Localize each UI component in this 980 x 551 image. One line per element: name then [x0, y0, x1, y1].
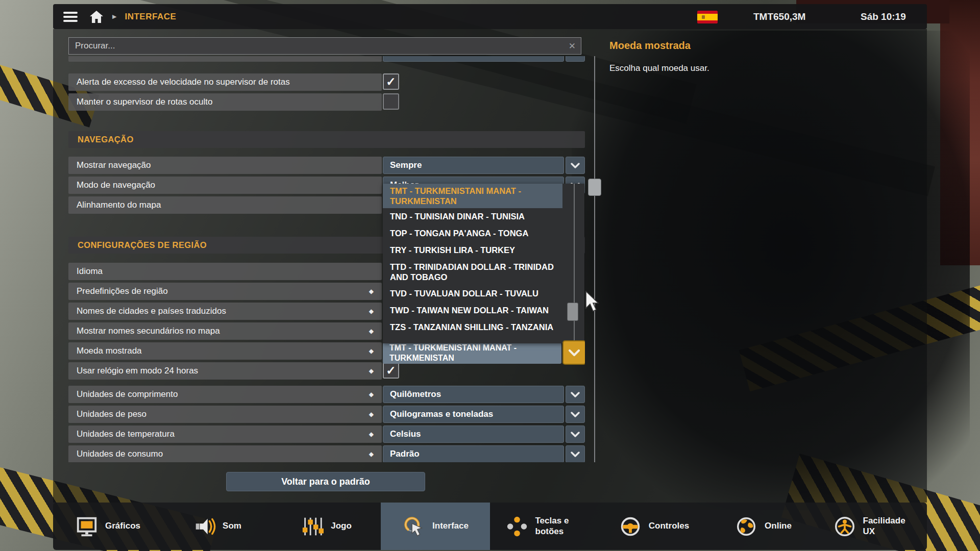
- top-bar: ▶ INTERFACE TMT650,3M Sáb 10:19: [53, 4, 927, 29]
- currency-dropdown-list: TMT - TURKMENISTANI MANAT - TURKMENISTAN…: [383, 184, 584, 343]
- setting-label: Modo de navegação: [77, 180, 155, 190]
- setting-row-24h-clock: Usar relógio em modo 24 horas◆ ✓: [68, 362, 585, 380]
- currency-select[interactable]: TMT - TURKMENISTANI MANAT - TURKMENISTAN: [383, 342, 561, 364]
- search-clear-icon[interactable]: ✕: [564, 41, 581, 52]
- mouse-cursor: [585, 291, 599, 315]
- setting-label-bar: [68, 56, 382, 62]
- setting-label: Unidades de comprimento: [77, 389, 178, 399]
- modified-indicator-icon: ◆: [369, 450, 374, 458]
- chevron-down-icon[interactable]: [566, 386, 585, 403]
- chevron-down-icon[interactable]: [566, 56, 585, 62]
- help-description: Escolha qual moeda usar.: [609, 63, 709, 73]
- dropdown-value: Celsius: [390, 429, 421, 439]
- menu-icon[interactable]: [60, 9, 81, 25]
- dropdown-select[interactable]: [383, 56, 564, 62]
- speaker-icon: [192, 515, 216, 538]
- setting-row-show-navigation: Mostrar navegação Sempre: [68, 157, 585, 174]
- tab-interface[interactable]: Interface: [381, 503, 490, 550]
- modified-indicator-icon: ◆: [369, 328, 374, 335]
- setting-label: Nomes de cidades e países traduzidos: [77, 306, 226, 316]
- chevron-down-icon[interactable]: [566, 406, 585, 423]
- tab-label: Online: [765, 521, 792, 531]
- settings-tab-bar: Gráficos Som Jogo Interface Teclas e bot…: [53, 503, 927, 550]
- player-money: TMT650,3M: [753, 11, 805, 22]
- setting-label: Unidades de temperatura: [77, 429, 175, 439]
- tab-graficos[interactable]: Gráficos: [53, 503, 162, 550]
- setting-label: Idioma: [77, 266, 103, 277]
- dropdown-select[interactable]: Celsius: [383, 425, 564, 443]
- setting-label: Moeda mostrada: [77, 346, 142, 356]
- tab-controles[interactable]: Controles: [599, 503, 708, 550]
- tab-teclas-e-botoes[interactable]: Teclas e botões: [490, 503, 599, 550]
- check-icon: ✓: [386, 75, 396, 89]
- tab-label: Som: [223, 521, 241, 531]
- modified-indicator-icon: ◆: [369, 431, 374, 438]
- dropdown-scrollbar-thumb[interactable]: [567, 303, 578, 321]
- chevron-down-icon[interactable]: [566, 157, 585, 174]
- currency-chevron-button[interactable]: [562, 340, 585, 365]
- dropdown-item[interactable]: TWD - TAIWAN NEW DOLLAR - TAIWAN: [383, 302, 562, 319]
- dropdown-select[interactable]: Quilômetros: [383, 386, 564, 403]
- section-header-navigation: NAVEGAÇÃO: [68, 131, 585, 148]
- setting-label: Usar relógio em modo 24 horas: [77, 366, 198, 376]
- scrollbar-thumb[interactable]: [588, 179, 601, 196]
- spain-flag-icon[interactable]: [697, 11, 718, 23]
- setting-row-weight-units: Unidades de peso◆ Quilogramas e tonelada…: [68, 406, 585, 423]
- setting-label: Predefinições de região: [77, 286, 168, 296]
- tab-jogo[interactable]: Jogo: [272, 503, 381, 550]
- checkbox-unchecked[interactable]: [383, 93, 399, 110]
- setting-row-length-units: Unidades de comprimento◆ Quilômetros: [68, 386, 585, 403]
- tab-label: Controles: [649, 521, 689, 531]
- dropdown-select[interactable]: Quilogramas e toneladas: [383, 406, 564, 423]
- dropdown-value: Quilômetros: [390, 389, 441, 399]
- tab-label: Jogo: [331, 521, 352, 531]
- game-datetime: Sáb 10:19: [861, 11, 906, 22]
- dropdown-item[interactable]: TND - TUNISIAN DINAR - TUNISIA: [383, 208, 562, 225]
- setting-label: Alerta de excesso de velocidade no super…: [77, 77, 290, 87]
- tab-online[interactable]: Online: [708, 503, 818, 550]
- tab-label: Interface: [432, 521, 469, 531]
- dropdown-item[interactable]: TZS - TANZANIAN SHILLING - TANZANIA: [383, 319, 562, 336]
- dropdown-select[interactable]: Padrão: [383, 445, 564, 462]
- dropdown-item[interactable]: TVD - TUVALUAN DOLLAR - TUVALU: [383, 285, 562, 302]
- dropdown-item[interactable]: TOP - TONGAN PA'ANGA - TONGA: [383, 225, 562, 242]
- dropdown-value: Quilogramas e toneladas: [390, 409, 493, 419]
- dropdown-item-highlighted[interactable]: TMT - TURKMENISTANI MANAT - TURKMENISTAN: [383, 184, 562, 208]
- dropdown-select[interactable]: Sempre: [383, 157, 564, 174]
- dpad-buttons-icon: [505, 515, 529, 538]
- setting-row-temperature-units: Unidades de temperatura◆ Celsius: [68, 425, 585, 443]
- setting-row-clipped: [68, 56, 585, 62]
- tab-facilidade-ux[interactable]: Facilidade UX: [818, 503, 927, 550]
- breadcrumb-caret-icon: ▶: [112, 13, 116, 20]
- check-icon: ✓: [386, 364, 396, 378]
- dropdown-item[interactable]: TRY - TURKISH LIRA - TURKEY: [383, 242, 562, 259]
- breadcrumb: INTERFACE: [125, 12, 176, 22]
- home-icon[interactable]: [89, 9, 104, 24]
- globe-icon: [734, 515, 758, 538]
- dropdown-item[interactable]: TTD - TRINIDADIAN DOLLAR - TRINIDAD AND …: [383, 259, 562, 285]
- modified-indicator-icon: ◆: [369, 347, 374, 355]
- setting-label: Mostrar nomes secundários no mapa: [77, 326, 220, 336]
- setting-label: Manter o supervisor de rotas oculto: [77, 97, 212, 107]
- scrollbar-track[interactable]: [594, 56, 595, 462]
- steering-wheel-icon: [619, 515, 642, 538]
- monitor-icon: [75, 515, 99, 538]
- modified-indicator-icon: ◆: [369, 288, 374, 295]
- reset-to-default-button[interactable]: Voltar para o padrão: [226, 472, 425, 491]
- checkbox-checked[interactable]: ✓: [383, 362, 399, 379]
- settings-list: Alerta de excesso de velocidade no super…: [68, 56, 585, 462]
- cursor-click-icon: [402, 515, 426, 538]
- chevron-down-icon[interactable]: [566, 445, 585, 462]
- modified-indicator-icon: ◆: [369, 391, 374, 398]
- tab-som[interactable]: Som: [162, 503, 272, 550]
- sliders-icon: [301, 515, 324, 538]
- checkbox-checked[interactable]: ✓: [383, 73, 399, 90]
- setting-row-consumption-units: Unidades de consumo◆ Padrão: [68, 445, 585, 462]
- settings-scrollbar: [588, 56, 601, 462]
- search-input[interactable]: [69, 41, 564, 51]
- tab-label: Teclas e botões: [535, 516, 584, 537]
- search-bar: ✕: [68, 37, 581, 55]
- chevron-down-icon[interactable]: [566, 425, 585, 443]
- setting-row-hide-advisor: Manter o supervisor de rotas oculto: [68, 93, 585, 111]
- setting-row-speed-alert: Alerta de excesso de velocidade no super…: [68, 73, 585, 91]
